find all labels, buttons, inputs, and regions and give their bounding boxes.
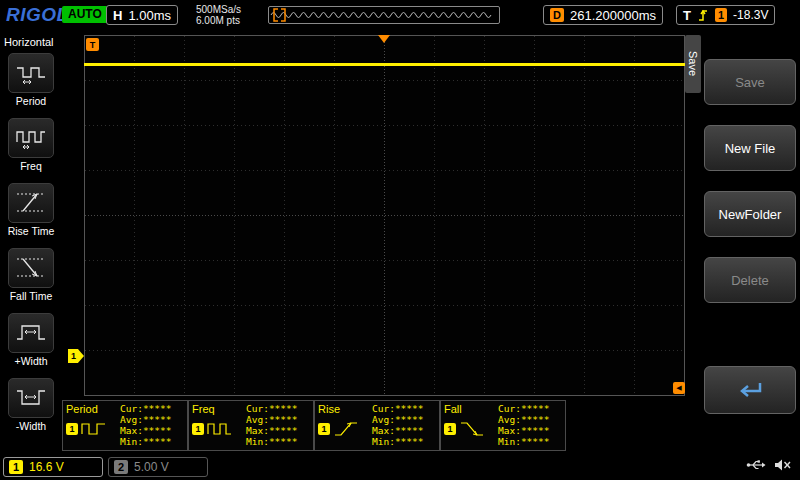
measurement-name: Rise [318, 403, 370, 415]
measurement-avg: Avg:***** [498, 414, 562, 425]
measurement-max: Max:***** [120, 425, 184, 436]
preview-waveform-icon [269, 7, 499, 23]
measurement-avg: Avg:***** [246, 414, 310, 425]
measurement-avg: Avg:***** [120, 414, 184, 425]
minus-width-icon [8, 378, 54, 418]
measurement-min: Min:***** [246, 436, 310, 447]
measurement-period[interactable]: Period 1 Cur:***** Avg:***** Max:***** M… [62, 400, 188, 451]
sidebar-title: Horizontal [0, 30, 62, 50]
back-button[interactable] [704, 366, 796, 414]
ch1-waveform-trace [84, 63, 685, 66]
measurement-avg: Avg:***** [372, 414, 436, 425]
horizontal-scale-readout[interactable]: H 1.00ms [106, 5, 178, 25]
rigol-logo: RIGOL [6, 4, 69, 26]
fall-time-icon [459, 419, 485, 439]
waveform-display-grid: T ◀ [84, 35, 685, 396]
sidebar-item-label: +Width [15, 355, 48, 367]
delay-readout[interactable]: D 261.200000ms [543, 5, 663, 25]
trigger-level-value: -18.3V [733, 8, 768, 22]
source-badge: 1 [66, 423, 78, 435]
sidebar-item-label: Rise Time [8, 225, 55, 237]
return-arrow-icon [735, 379, 765, 401]
new-file-button[interactable]: New File [704, 125, 796, 171]
fall-time-icon [8, 248, 54, 288]
channel-1-status[interactable]: 1 16.6 V [3, 457, 103, 477]
measurement-max: Max:***** [246, 425, 310, 436]
oscilloscope-screen: RIGOL AUTO H 1.00ms 500MSa/s 6.00M pts D… [0, 0, 800, 480]
measurement-cur: Cur:***** [120, 403, 184, 414]
measurement-name: Period [66, 403, 118, 415]
measurement-freq[interactable]: Freq 1 Cur:***** Avg:***** Max:***** Min… [188, 400, 314, 451]
trigger-readout[interactable]: T 1 -18.3V [676, 5, 775, 25]
delay-edge-marker-icon: ◀ [673, 382, 685, 394]
measure-sidebar: Horizontal Period Freq [0, 30, 62, 454]
delete-button[interactable]: Delete [704, 257, 796, 303]
measurement-cur: Cur:***** [246, 403, 310, 414]
channel-status-bar: 1 16.6 V 2 5.00 V [0, 454, 800, 480]
measurement-name: Fall [444, 403, 496, 415]
top-status-bar: RIGOL AUTO H 1.00ms 500MSa/s 6.00M pts D… [0, 0, 800, 30]
source-badge: 1 [444, 423, 456, 435]
sidebar-item-label: -Width [16, 420, 46, 432]
measurement-cur: Cur:***** [372, 403, 436, 414]
measurement-fall[interactable]: Fall 1 Cur:***** Avg:***** Max:***** Min… [440, 400, 566, 451]
sidebar-item-freq[interactable]: Freq [0, 115, 62, 180]
delay-label-badge: D [550, 8, 564, 22]
memory-depth: 6.00M pts [196, 15, 241, 26]
sidebar-item-plus-width[interactable]: +Width [0, 310, 62, 375]
graticule [84, 35, 685, 396]
source-badge: 1 [318, 423, 330, 435]
usb-icon [746, 459, 766, 471]
delay-value: 261.200000ms [570, 8, 656, 23]
trigger-label: T [683, 8, 691, 23]
source-badge: 1 [192, 423, 204, 435]
freq-icon [207, 419, 233, 439]
horizontal-label: H [113, 8, 122, 23]
speaker-mute-icon [774, 458, 792, 472]
sidebar-item-label: Fall Time [10, 290, 53, 302]
sidebar-item-minus-width[interactable]: -Width [0, 375, 62, 440]
acquisition-readout: 500MSa/s 6.00M pts [196, 4, 241, 26]
measurement-cur: Cur:***** [498, 403, 562, 414]
measurement-results-row: Period 1 Cur:***** Avg:***** Max:***** M… [62, 400, 566, 452]
waveform-position-preview [268, 6, 500, 24]
rise-time-icon [8, 183, 54, 223]
ch1-level-marker[interactable]: 1 [68, 349, 84, 363]
sidebar-item-label: Period [16, 95, 46, 107]
freq-icon [8, 118, 54, 158]
plus-width-icon [8, 313, 54, 353]
trigger-position-arrow-icon[interactable] [378, 35, 390, 43]
horizontal-scale-value: 1.00ms [128, 8, 171, 23]
sample-rate: 500MSa/s [196, 4, 241, 15]
measurement-name: Freq [192, 403, 244, 415]
measurement-min: Min:***** [120, 436, 184, 447]
measurement-max: Max:***** [498, 425, 562, 436]
measurement-min: Min:***** [498, 436, 562, 447]
menu-tab-save: Save [685, 35, 701, 93]
trigger-source-badge: 1 [715, 8, 727, 22]
sidebar-item-rise-time[interactable]: Rise Time [0, 180, 62, 245]
period-icon [8, 53, 54, 93]
rising-slope-icon [697, 8, 709, 22]
measurement-rise[interactable]: Rise 1 Cur:***** Avg:***** Max:***** Min… [314, 400, 440, 451]
channel-2-scale: 5.00 V [134, 460, 169, 474]
sidebar-item-fall-time[interactable]: Fall Time [0, 245, 62, 310]
channel-1-scale: 16.6 V [29, 460, 64, 474]
trigger-offscreen-marker: T [86, 38, 99, 51]
channel-2-status[interactable]: 2 5.00 V [108, 457, 208, 477]
measurement-min: Min:***** [372, 436, 436, 447]
rise-time-icon [333, 419, 359, 439]
period-icon [81, 419, 107, 439]
measurement-max: Max:***** [372, 425, 436, 436]
sidebar-item-period[interactable]: Period [0, 50, 62, 115]
sidebar-item-label: Freq [20, 160, 42, 172]
new-folder-button[interactable]: NewFolder [704, 191, 796, 237]
save-button[interactable]: Save [704, 59, 796, 105]
channel-2-badge: 2 [114, 460, 128, 474]
channel-1-badge: 1 [9, 460, 23, 474]
run-status-badge: AUTO [62, 6, 108, 23]
